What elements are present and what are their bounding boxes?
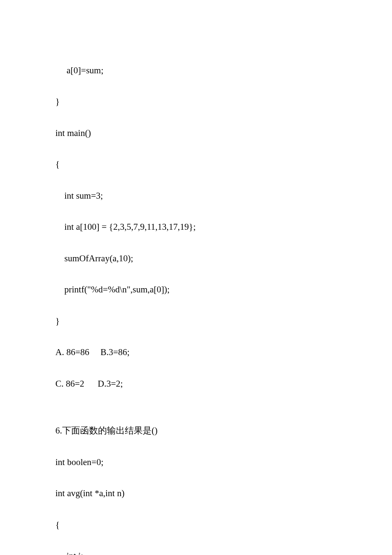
code-line: } (55, 313, 337, 329)
code-line: sumOfArray(a,10); (55, 251, 337, 266)
code-line: { (55, 517, 337, 533)
code-line: int boolen=0; (55, 454, 337, 470)
answer-option-line: A. 86=86 B.3=86; (55, 344, 337, 360)
code-line: a[0]=sum; (55, 63, 337, 78)
code-line: int avg(int *a,int n) (55, 486, 337, 501)
code-line: { (55, 156, 337, 172)
document-page: a[0]=sum; } int main() { int sum=3; int … (0, 0, 392, 555)
question-heading: 6.下面函数的输出结果是() (55, 423, 337, 439)
code-line: int sum=3; (55, 188, 337, 204)
code-line: int a[100] = {2,3,5,7,9,11,13,17,19}; (55, 219, 337, 235)
code-line: int main() (55, 125, 337, 141)
code-line: int i; (55, 548, 337, 555)
answer-option-line: C. 86=2 D.3=2; (55, 376, 337, 392)
code-line: } (55, 94, 337, 110)
code-line: printf("%d=%d\n",sum,a[0]); (55, 282, 337, 298)
